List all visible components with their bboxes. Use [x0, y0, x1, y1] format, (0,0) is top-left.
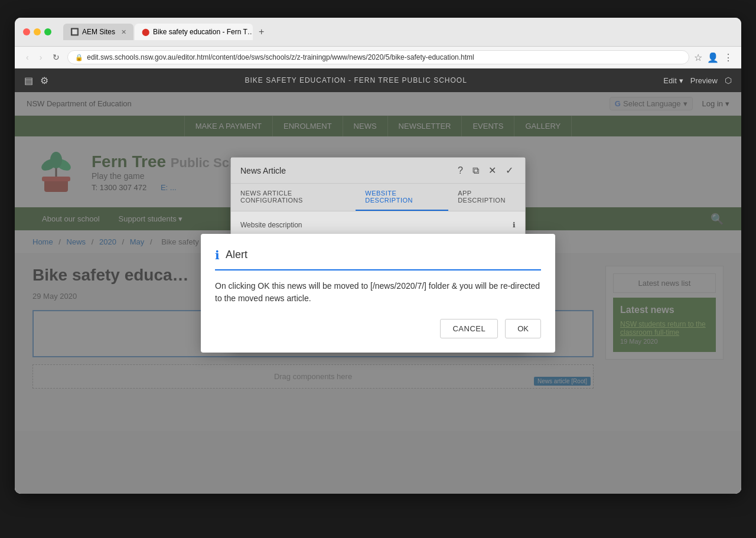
properties-icon[interactable]: ⚙	[40, 75, 48, 86]
url-text: edit.sws.schools.nsw.gov.au/editor.html/…	[87, 53, 682, 61]
tab-favicon-2: ⬤	[142, 28, 149, 36]
bookmark-icon[interactable]: ☆	[694, 52, 702, 63]
sidebar-toggle-icon[interactable]: ▤	[24, 75, 33, 86]
aem-toolbar: ▤ ⚙ BIKE SAFETY EDUCATION - FERN TREE PU…	[15, 69, 741, 92]
tab-bike-safety[interactable]: ⬤ Bike safety education - Fern T… ✕	[135, 24, 253, 40]
preview-button[interactable]: Preview	[690, 76, 718, 85]
forward-button[interactable]: ›	[37, 51, 45, 63]
tab-aem-sites[interactable]: 🔲 AEM Sites ✕	[63, 24, 133, 40]
preview-label: Preview	[690, 76, 718, 85]
share-icon[interactable]: ⬡	[725, 76, 732, 85]
lock-icon: 🔒	[75, 54, 83, 61]
edit-chevron-icon: ▾	[679, 76, 683, 85]
cancel-button[interactable]: CANCEL	[440, 319, 498, 338]
new-tab-button[interactable]: +	[254, 24, 269, 40]
back-button[interactable]: ‹	[23, 51, 32, 63]
alert-title: Alert	[226, 249, 247, 261]
address-bar[interactable]: 🔒 edit.sws.schools.nsw.gov.au/editor.htm…	[67, 50, 689, 64]
alert-header: ℹ Alert	[215, 248, 541, 270]
maximize-button[interactable]	[44, 28, 51, 35]
alert-dialog: ℹ Alert On clicking OK this news will be…	[201, 234, 555, 353]
edit-button[interactable]: Edit ▾	[663, 76, 683, 85]
page-title-bar: BIKE SAFETY EDUCATION - FERN TREE PUBLIC…	[48, 76, 663, 84]
edit-label: Edit	[663, 76, 676, 85]
menu-icon[interactable]: ⋮	[724, 52, 733, 63]
account-icon[interactable]: 👤	[707, 52, 719, 63]
tab-close-1[interactable]: ✕	[121, 28, 126, 36]
alert-info-icon: ℹ	[215, 248, 220, 262]
alert-buttons: CANCEL OK	[215, 319, 541, 338]
tab-title-2: Bike safety education - Fern T…	[153, 28, 253, 36]
minimize-button[interactable]	[34, 28, 41, 35]
close-button[interactable]	[23, 28, 30, 35]
alert-overlay: ℹ Alert On clicking OK this news will be…	[15, 92, 741, 494]
reload-button[interactable]: ↻	[50, 51, 63, 63]
tab-favicon-1: 🔲	[70, 28, 79, 36]
tab-title-1: AEM Sites	[82, 28, 115, 36]
alert-message: On clicking OK this news will be moved t…	[215, 280, 541, 305]
ok-button[interactable]: OK	[505, 319, 541, 338]
